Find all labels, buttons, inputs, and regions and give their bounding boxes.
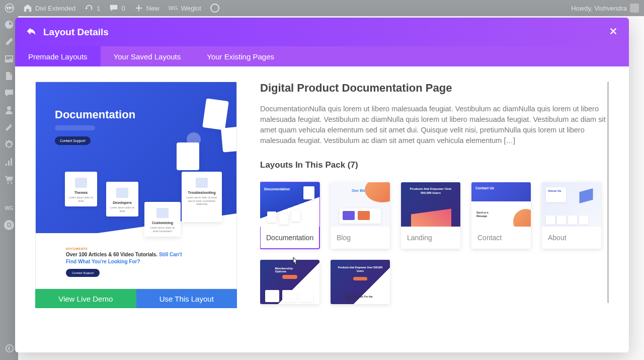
back-button[interactable]	[26, 26, 36, 38]
layout-description: DocumentationNulla quis lorem ut libero …	[260, 104, 609, 146]
preview-hero-title: Documentation	[55, 108, 135, 121]
pack-card-membership[interactable]	[260, 260, 319, 304]
thumb-blog	[331, 182, 390, 227]
modal-body: Documentation Contact Support ThemesLore…	[15, 66, 629, 352]
details-column: Digital Product Documentation Page Docum…	[260, 82, 609, 337]
pack-card-contact[interactable]: Send us aMessage Contact	[471, 182, 531, 249]
tab-existing[interactable]: Your Existing Pages	[194, 46, 287, 66]
modal-tabs: Premade Layouts Your Saved Layouts Your …	[15, 46, 629, 66]
pack-label: Contact	[471, 227, 531, 249]
thumb-home: We Build Tools For the Web	[331, 260, 390, 304]
layout-modal: Layout Details Premade Layouts Your Save…	[15, 18, 629, 352]
layout-title: Digital Product Documentation Page	[260, 82, 609, 95]
pack-card-blog[interactable]: Blog	[331, 182, 390, 249]
pack-label: Blog	[331, 227, 390, 249]
view-live-demo-button[interactable]: View Live Demo	[35, 289, 136, 308]
pack-card-home[interactable]: We Build Tools For the Web	[331, 260, 390, 304]
thumb-landing	[401, 182, 460, 227]
thumb-doc	[260, 182, 319, 227]
thumb-contact: Send us aMessage	[471, 182, 531, 227]
tab-saved[interactable]: Your Saved Layouts	[101, 46, 194, 66]
modal-title: Layout Details	[43, 27, 109, 38]
layout-preview-image: Documentation Contact Support ThemesLore…	[35, 82, 237, 289]
thumb-membership	[260, 260, 319, 304]
close-button[interactable]	[609, 27, 618, 38]
thumb-about: About Us	[542, 182, 601, 227]
pack-label: Documentation	[260, 227, 319, 249]
scrollbar[interactable]	[607, 82, 609, 303]
use-this-layout-button[interactable]: Use This Layout	[136, 289, 237, 308]
pack-label: About	[542, 227, 601, 249]
pack-heading: Layouts In This Pack (7)	[260, 160, 609, 170]
modal-header: Layout Details	[15, 18, 629, 46]
preview-buttons: View Live Demo Use This Layout	[35, 289, 237, 308]
pack-card-about[interactable]: About Us About	[542, 182, 601, 249]
pack-card-documentation[interactable]: Documentation	[260, 182, 319, 249]
pack-card-landing[interactable]: Landing	[401, 182, 460, 249]
tab-premade[interactable]: Premade Layouts	[15, 46, 101, 66]
pack-grid: Documentation Blog Landing Send us aMess…	[260, 182, 609, 304]
pack-label: Landing	[401, 227, 460, 249]
preview-contact-btn: Contact Support	[55, 136, 91, 145]
preview-column: Documentation Contact Support ThemesLore…	[35, 82, 237, 337]
